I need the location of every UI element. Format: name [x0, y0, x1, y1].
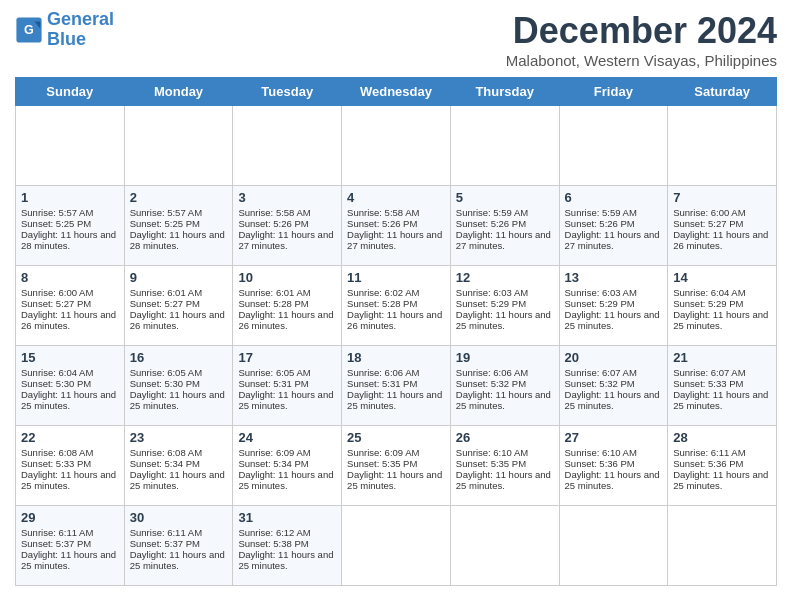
day-number: 6 [565, 190, 663, 205]
title-area: December 2024 Malabonot, Western Visayas… [506, 10, 777, 69]
daylight-text: Daylight: 11 hours and 26 minutes. [673, 229, 768, 251]
sunset-text: Sunset: 5:31 PM [347, 378, 417, 389]
sunrise-text: Sunrise: 6:09 AM [238, 447, 310, 458]
calendar-cell [450, 106, 559, 186]
day-number: 23 [130, 430, 228, 445]
daylight-text: Daylight: 11 hours and 25 minutes. [565, 389, 660, 411]
daylight-text: Daylight: 11 hours and 25 minutes. [673, 469, 768, 491]
daylight-text: Daylight: 11 hours and 25 minutes. [673, 309, 768, 331]
sunset-text: Sunset: 5:35 PM [456, 458, 526, 469]
column-header-thursday: Thursday [450, 78, 559, 106]
sunrise-text: Sunrise: 6:03 AM [456, 287, 528, 298]
calendar-cell [342, 506, 451, 586]
calendar-cell: 27Sunrise: 6:10 AMSunset: 5:36 PMDayligh… [559, 426, 668, 506]
sunset-text: Sunset: 5:28 PM [347, 298, 417, 309]
column-header-wednesday: Wednesday [342, 78, 451, 106]
calendar-cell: 11Sunrise: 6:02 AMSunset: 5:28 PMDayligh… [342, 266, 451, 346]
week-row-2: 8Sunrise: 6:00 AMSunset: 5:27 PMDaylight… [16, 266, 777, 346]
sunset-text: Sunset: 5:35 PM [347, 458, 417, 469]
sunset-text: Sunset: 5:26 PM [456, 218, 526, 229]
week-row-4: 22Sunrise: 6:08 AMSunset: 5:33 PMDayligh… [16, 426, 777, 506]
calendar-cell [668, 106, 777, 186]
calendar-cell [559, 506, 668, 586]
day-number: 27 [565, 430, 663, 445]
sunrise-text: Sunrise: 5:57 AM [130, 207, 202, 218]
week-row-5: 29Sunrise: 6:11 AMSunset: 5:37 PMDayligh… [16, 506, 777, 586]
day-number: 22 [21, 430, 119, 445]
sunrise-text: Sunrise: 6:10 AM [565, 447, 637, 458]
sunrise-text: Sunrise: 6:06 AM [456, 367, 528, 378]
daylight-text: Daylight: 11 hours and 25 minutes. [130, 549, 225, 571]
sunset-text: Sunset: 5:29 PM [456, 298, 526, 309]
daylight-text: Daylight: 11 hours and 26 minutes. [238, 309, 333, 331]
calendar-cell [668, 506, 777, 586]
day-number: 8 [21, 270, 119, 285]
daylight-text: Daylight: 11 hours and 27 minutes. [238, 229, 333, 251]
day-number: 15 [21, 350, 119, 365]
sunrise-text: Sunrise: 6:05 AM [238, 367, 310, 378]
daylight-text: Daylight: 11 hours and 27 minutes. [347, 229, 442, 251]
sunset-text: Sunset: 5:32 PM [456, 378, 526, 389]
sunrise-text: Sunrise: 5:59 AM [456, 207, 528, 218]
column-header-monday: Monday [124, 78, 233, 106]
sunset-text: Sunset: 5:34 PM [238, 458, 308, 469]
sunrise-text: Sunrise: 6:07 AM [565, 367, 637, 378]
daylight-text: Daylight: 11 hours and 25 minutes. [456, 309, 551, 331]
daylight-text: Daylight: 11 hours and 25 minutes. [21, 389, 116, 411]
sunrise-text: Sunrise: 6:02 AM [347, 287, 419, 298]
calendar-cell: 17Sunrise: 6:05 AMSunset: 5:31 PMDayligh… [233, 346, 342, 426]
sunset-text: Sunset: 5:32 PM [565, 378, 635, 389]
calendar-cell: 24Sunrise: 6:09 AMSunset: 5:34 PMDayligh… [233, 426, 342, 506]
sunset-text: Sunset: 5:26 PM [238, 218, 308, 229]
day-number: 3 [238, 190, 336, 205]
sunrise-text: Sunrise: 5:59 AM [565, 207, 637, 218]
day-number: 26 [456, 430, 554, 445]
daylight-text: Daylight: 11 hours and 25 minutes. [21, 469, 116, 491]
sunset-text: Sunset: 5:26 PM [565, 218, 635, 229]
daylight-text: Daylight: 11 hours and 27 minutes. [565, 229, 660, 251]
logo-icon: G [15, 16, 43, 44]
sunset-text: Sunset: 5:38 PM [238, 538, 308, 549]
calendar-cell: 23Sunrise: 6:08 AMSunset: 5:34 PMDayligh… [124, 426, 233, 506]
day-number: 14 [673, 270, 771, 285]
day-number: 13 [565, 270, 663, 285]
logo: G General Blue [15, 10, 114, 50]
sunrise-text: Sunrise: 6:08 AM [21, 447, 93, 458]
day-number: 5 [456, 190, 554, 205]
calendar-cell: 30Sunrise: 6:11 AMSunset: 5:37 PMDayligh… [124, 506, 233, 586]
day-number: 28 [673, 430, 771, 445]
calendar-cell: 7Sunrise: 6:00 AMSunset: 5:27 PMDaylight… [668, 186, 777, 266]
sunset-text: Sunset: 5:36 PM [565, 458, 635, 469]
sunset-text: Sunset: 5:29 PM [673, 298, 743, 309]
day-number: 30 [130, 510, 228, 525]
daylight-text: Daylight: 11 hours and 25 minutes. [456, 389, 551, 411]
calendar-cell [342, 106, 451, 186]
sunrise-text: Sunrise: 6:04 AM [21, 367, 93, 378]
daylight-text: Daylight: 11 hours and 27 minutes. [456, 229, 551, 251]
column-header-tuesday: Tuesday [233, 78, 342, 106]
sunset-text: Sunset: 5:25 PM [130, 218, 200, 229]
sunrise-text: Sunrise: 6:06 AM [347, 367, 419, 378]
day-number: 29 [21, 510, 119, 525]
sunrise-text: Sunrise: 6:00 AM [21, 287, 93, 298]
daylight-text: Daylight: 11 hours and 25 minutes. [238, 549, 333, 571]
week-row-1: 1Sunrise: 5:57 AMSunset: 5:25 PMDaylight… [16, 186, 777, 266]
sunset-text: Sunset: 5:27 PM [130, 298, 200, 309]
logo-text: General Blue [47, 10, 114, 50]
sunrise-text: Sunrise: 6:07 AM [673, 367, 745, 378]
sunset-text: Sunset: 5:36 PM [673, 458, 743, 469]
calendar-cell [233, 106, 342, 186]
column-header-friday: Friday [559, 78, 668, 106]
calendar-cell: 15Sunrise: 6:04 AMSunset: 5:30 PMDayligh… [16, 346, 125, 426]
day-number: 24 [238, 430, 336, 445]
svg-text:G: G [24, 23, 34, 37]
day-number: 4 [347, 190, 445, 205]
calendar-cell [16, 106, 125, 186]
sunset-text: Sunset: 5:37 PM [130, 538, 200, 549]
day-number: 9 [130, 270, 228, 285]
daylight-text: Daylight: 11 hours and 26 minutes. [130, 309, 225, 331]
day-number: 2 [130, 190, 228, 205]
calendar-cell: 13Sunrise: 6:03 AMSunset: 5:29 PMDayligh… [559, 266, 668, 346]
daylight-text: Daylight: 11 hours and 28 minutes. [21, 229, 116, 251]
calendar-cell [559, 106, 668, 186]
